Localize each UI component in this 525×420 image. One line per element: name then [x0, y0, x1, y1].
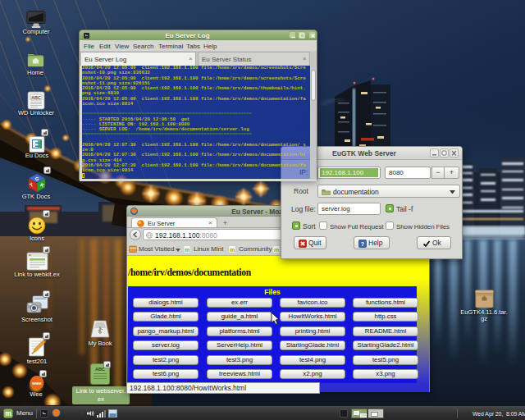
svg-text:m: m — [5, 409, 11, 418]
svg-text:m: m — [230, 247, 235, 253]
svg-text:wee: wee — [31, 381, 42, 386]
svg-text:m: m — [274, 247, 279, 253]
svg-text:G: G — [35, 176, 39, 181]
svg-text:m: m — [185, 247, 189, 253]
svg-text:?: ? — [361, 240, 365, 248]
svg-text:ABC: ABC — [31, 95, 41, 100]
